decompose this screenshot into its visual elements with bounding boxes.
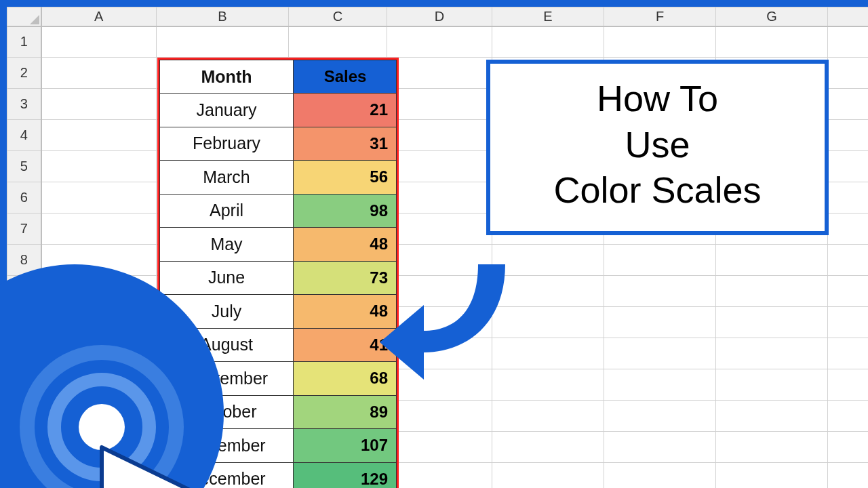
cell[interactable] (828, 26, 869, 58)
cell[interactable] (828, 307, 869, 338)
cell[interactable] (604, 338, 716, 369)
cell[interactable] (604, 26, 716, 58)
col-header[interactable]: H (828, 7, 869, 26)
cell[interactable] (716, 26, 828, 58)
cell[interactable] (828, 276, 869, 307)
arrow-icon (376, 251, 512, 400)
month-cell[interactable]: January (160, 94, 294, 127)
header-month[interactable]: Month (160, 60, 294, 94)
callout-line: How To (497, 76, 818, 122)
svg-point-3 (79, 404, 125, 450)
cell[interactable] (828, 58, 869, 89)
cell[interactable] (387, 401, 492, 432)
cell[interactable] (828, 151, 869, 182)
cell[interactable] (828, 338, 869, 369)
col-header[interactable]: B (157, 7, 289, 26)
cell[interactable] (604, 463, 716, 489)
cell[interactable] (828, 89, 869, 120)
select-all-corner[interactable] (7, 7, 41, 26)
cursor-click-logo-icon (0, 264, 224, 488)
cell[interactable] (716, 338, 828, 369)
cell[interactable] (716, 463, 828, 489)
cell[interactable] (387, 151, 492, 182)
table-row: May48 (160, 228, 397, 262)
data-header-row: Month Sales (160, 60, 397, 94)
cell[interactable] (492, 432, 604, 463)
cell[interactable] (41, 58, 157, 89)
cell[interactable] (387, 89, 492, 120)
table-row: April98 (160, 194, 397, 228)
sales-cell[interactable]: 21 (294, 94, 397, 127)
cell[interactable] (157, 26, 289, 58)
cell[interactable] (492, 26, 604, 58)
month-cell[interactable]: May (160, 228, 294, 262)
cell[interactable] (604, 369, 716, 401)
cell[interactable] (828, 369, 869, 401)
cell[interactable] (716, 245, 828, 276)
cell[interactable] (289, 26, 387, 58)
month-cell[interactable]: March (160, 161, 294, 195)
header-sales[interactable]: Sales (294, 60, 397, 94)
cell[interactable] (828, 120, 869, 151)
title-callout: How To Use Color Scales (486, 60, 829, 235)
cell[interactable] (387, 182, 492, 214)
cell[interactable] (387, 58, 492, 89)
cell[interactable] (828, 401, 869, 432)
sales-cell[interactable]: 98 (294, 194, 397, 228)
sheet-row: 1 (7, 26, 869, 58)
row-header[interactable]: 3 (7, 89, 41, 120)
cell[interactable] (387, 26, 492, 58)
sales-cell[interactable]: 31 (294, 127, 397, 161)
row-header[interactable]: 5 (7, 151, 41, 182)
cell[interactable] (828, 214, 869, 245)
callout-line: Color Scales (497, 167, 818, 214)
app-frame: A B C D E F G H 123456789 Month Sales Ja… (0, 0, 868, 488)
cell[interactable] (716, 369, 828, 401)
row-header[interactable]: 2 (7, 58, 41, 89)
cell[interactable] (387, 432, 492, 463)
table-row: February31 (160, 127, 397, 161)
cell[interactable] (604, 401, 716, 432)
col-header[interactable]: G (716, 7, 828, 26)
cell[interactable] (604, 276, 716, 307)
cell[interactable] (41, 214, 157, 245)
cell[interactable] (41, 26, 157, 58)
sales-cell[interactable]: 56 (294, 161, 397, 195)
cell[interactable] (828, 245, 869, 276)
row-header[interactable]: 6 (7, 182, 41, 214)
cell[interactable] (828, 432, 869, 463)
cell[interactable] (41, 120, 157, 151)
month-cell[interactable]: April (160, 194, 294, 228)
cell[interactable] (604, 432, 716, 463)
cell[interactable] (387, 120, 492, 151)
col-header[interactable]: D (387, 7, 492, 26)
cell[interactable] (604, 245, 716, 276)
cell[interactable] (41, 182, 157, 214)
row-header[interactable]: 1 (7, 26, 41, 58)
row-header[interactable]: 7 (7, 214, 41, 245)
sales-cell[interactable]: 89 (294, 395, 397, 429)
col-header[interactable]: A (41, 7, 157, 26)
cell[interactable] (716, 307, 828, 338)
cell[interactable] (604, 307, 716, 338)
column-header-row: A B C D E F G H (7, 7, 869, 26)
cell[interactable] (716, 276, 828, 307)
cell[interactable] (387, 214, 492, 245)
cell[interactable] (716, 432, 828, 463)
table-row: January21 (160, 94, 397, 127)
cell[interactable] (41, 89, 157, 120)
col-header[interactable]: E (492, 7, 604, 26)
row-header[interactable]: 4 (7, 120, 41, 151)
cell[interactable] (828, 182, 869, 214)
col-header[interactable]: C (289, 7, 387, 26)
cell[interactable] (492, 401, 604, 432)
cell[interactable] (41, 151, 157, 182)
cell[interactable] (492, 463, 604, 489)
sales-cell[interactable]: 107 (294, 429, 397, 463)
cell[interactable] (828, 463, 869, 489)
cell[interactable] (716, 401, 828, 432)
col-header[interactable]: F (604, 7, 716, 26)
sales-cell[interactable]: 129 (294, 462, 397, 488)
cell[interactable] (387, 463, 492, 489)
month-cell[interactable]: February (160, 127, 294, 161)
